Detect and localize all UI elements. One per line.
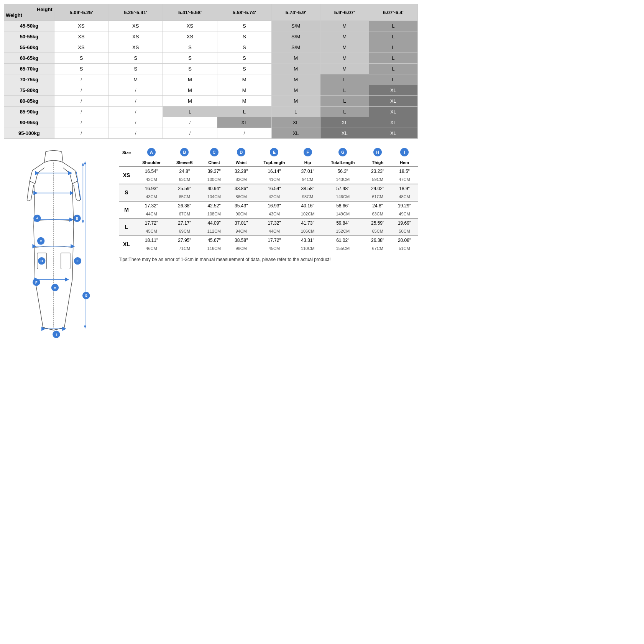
- svg-text:D: D: [40, 259, 43, 263]
- imperial-value: 56.3": [321, 167, 364, 176]
- size-value-cell: L: [163, 107, 217, 117]
- metric-value: 90CM: [228, 210, 255, 218]
- metric-value: 65CM: [364, 227, 391, 235]
- measurements-section: Size ABCDEFGHI ShoulderSleeveBChestWaist…: [119, 146, 418, 262]
- size-name: XS: [119, 167, 134, 183]
- size-value-cell: L: [369, 53, 417, 64]
- measurement-imperial-row: M17.32"26.38"42.52"35.43"16.93"40.16"58.…: [119, 201, 418, 210]
- size-value-cell: XS: [108, 31, 163, 42]
- garment-diagram: A B C D E F: [4, 146, 111, 339]
- metric-value: 45CM: [255, 245, 294, 252]
- metric-value: 71CM: [169, 245, 200, 252]
- imperial-value: 17.72": [255, 236, 294, 245]
- size-chart-row: 95-100kg////XLXLXL: [4, 128, 418, 139]
- size-chart-row: 75-80kg//MMMLXL: [4, 85, 418, 96]
- weight-cell: 60-65kg: [4, 53, 54, 64]
- size-value-cell: M: [163, 96, 217, 107]
- height-range-0: 5.09'-5.25': [54, 4, 108, 21]
- size-value-cell: XS: [163, 31, 217, 42]
- size-header: Size: [119, 146, 134, 159]
- size-value-cell: S: [54, 53, 108, 64]
- metric-value: 50CM: [391, 227, 418, 235]
- col-icon-A: A: [134, 146, 169, 159]
- size-value-cell: /: [163, 128, 217, 139]
- size-value-cell: M: [217, 96, 271, 107]
- imperial-value: 25.59": [364, 219, 391, 227]
- size-value-cell: S/M: [271, 42, 320, 53]
- weight-cell: 55-60kg: [4, 42, 54, 53]
- svg-rect-2: [61, 253, 70, 269]
- col-label-I: Hem: [391, 159, 418, 167]
- col-label-B: SleeveB: [169, 159, 200, 167]
- size-chart-row: 60-65kgSSSSMML: [4, 53, 418, 64]
- metric-value: 51CM: [391, 245, 418, 252]
- imperial-value: 17.32": [134, 201, 169, 210]
- svg-line-6: [76, 172, 81, 200]
- col-label-G: TotalLength: [321, 159, 364, 167]
- weight-cell: 80-85kg: [4, 96, 54, 107]
- imperial-value: 45.67": [200, 236, 228, 245]
- svg-marker-16: [82, 163, 84, 166]
- size-value-cell: M: [320, 42, 369, 53]
- imperial-value: 35.43": [228, 201, 255, 210]
- size-value-cell: M: [320, 53, 369, 64]
- size-value-cell: L: [217, 107, 271, 117]
- imperial-value: 23.23": [364, 167, 391, 176]
- col-icon-I: I: [391, 146, 418, 159]
- size-value-cell: /: [108, 107, 163, 117]
- svg-text:C: C: [39, 239, 42, 243]
- imperial-value: 26.38": [169, 201, 200, 210]
- measurement-metric-row: 46CM71CM116CM98CM45CM110CM155CM67CM51CM: [119, 245, 418, 252]
- size-value-cell: M: [271, 85, 320, 96]
- measurement-metric-row: 45CM69CM112CM94CM44CM106CM152CM65CM50CM: [119, 227, 418, 235]
- tip-text: Tips:There may be an error of 1-3cm in m…: [119, 257, 418, 262]
- svg-text:H: H: [54, 286, 56, 290]
- weight-cell: 45-50kg: [4, 21, 54, 31]
- weight-cell: 50-55kg: [4, 31, 54, 42]
- size-value-cell: S: [217, 53, 271, 64]
- imperial-value: 44.09": [200, 219, 228, 227]
- measurement-imperial-row: S16.93"25.59"40.94"33.86"16.54"38.58"57.…: [119, 184, 418, 193]
- measurement-metric-row: 44CM67CM108CM90CM43CM102CM149CM63CM49CM: [119, 210, 418, 218]
- size-value-cell: M: [271, 64, 320, 74]
- svg-marker-24: [84, 161, 86, 164]
- svg-text:I: I: [56, 333, 57, 337]
- size-value-cell: /: [54, 74, 108, 85]
- size-value-cell: L: [369, 64, 417, 74]
- size-value-cell: /: [163, 117, 217, 128]
- size-chart-row: 80-85kg//MMMLXL: [4, 96, 418, 107]
- metric-value: 94CM: [228, 227, 255, 235]
- size-name: L: [119, 219, 134, 235]
- size-value-cell: S: [217, 21, 271, 31]
- metric-value: 44CM: [255, 227, 294, 235]
- col-icon-G: G: [321, 146, 364, 159]
- height-range-1: 5.25'-5.41': [108, 4, 163, 21]
- svg-text:E: E: [76, 259, 79, 263]
- size-chart-row: 90-95kg///XLXLXLXL: [4, 117, 418, 128]
- imperial-value: 40.94": [200, 184, 228, 193]
- metric-value: 110CM: [294, 245, 322, 252]
- imperial-value: 61.02": [321, 236, 364, 245]
- size-value-cell: XL: [271, 128, 320, 139]
- size-value-cell: XS: [54, 42, 108, 53]
- size-chart-table: HeightWeight 5.09'-5.25'5.25'-5.41'5.41'…: [4, 4, 418, 139]
- imperial-value: 20.08": [391, 236, 418, 245]
- measurement-imperial-row: L17.72"27.17"44.09"37.01"17.32"41.73"59.…: [119, 219, 418, 227]
- metric-value: 82CM: [228, 176, 255, 183]
- size-value-cell: XL: [320, 128, 369, 139]
- metric-value: 102CM: [294, 210, 322, 218]
- size-value-cell: L: [369, 74, 417, 85]
- metric-value: 98CM: [228, 245, 255, 252]
- size-chart-row: 85-90kg//LLLLXL: [4, 107, 418, 117]
- size-value-cell: S: [217, 64, 271, 74]
- metric-value: 146CM: [321, 193, 364, 200]
- metric-value: 42CM: [134, 176, 169, 183]
- size-value-cell: M: [217, 85, 271, 96]
- metric-value: 104CM: [200, 193, 228, 200]
- size-value-cell: /: [217, 128, 271, 139]
- imperial-value: 24.02": [364, 184, 391, 193]
- height-label: HeightWeight: [4, 4, 54, 21]
- size-value-cell: /: [54, 117, 108, 128]
- metric-value: 98CM: [294, 193, 322, 200]
- imperial-value: 58.66": [321, 201, 364, 210]
